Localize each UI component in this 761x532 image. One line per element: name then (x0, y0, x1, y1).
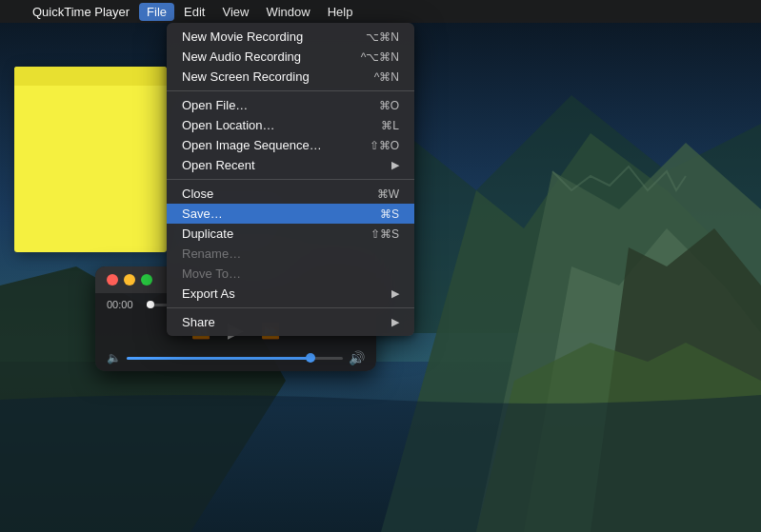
menubar-edit[interactable]: Edit (176, 3, 212, 21)
menu-item-duplicate[interactable]: Duplicate ⇧⌘S (167, 224, 414, 244)
progress-thumb (147, 301, 154, 308)
time-current: 00:00 (107, 299, 141, 310)
volume-low-icon: 🔈 (107, 351, 121, 365)
menu-item-shortcut: ⇧⌘O (370, 139, 399, 152)
menu-item-shortcut: ⌘W (377, 187, 399, 201)
menu-item-label: Move To… (182, 266, 241, 281)
apple-menu[interactable] (8, 10, 23, 13)
volume-bar[interactable] (127, 357, 343, 360)
menu-item-label: Open Recent (182, 158, 255, 172)
menu-item-label: Open File… (182, 98, 248, 112)
menu-item-label: New Audio Recording (182, 49, 301, 64)
menu-item-label: Share (182, 315, 215, 329)
menu-item-shortcut: ^⌥⌘N (361, 50, 399, 64)
menu-item-save[interactable]: Save… ⌘S (167, 204, 414, 224)
submenu-arrow-icon: ▶ (391, 287, 399, 300)
menu-item-rename: Rename… (167, 244, 414, 264)
menu-item-shortcut: ⌘L (381, 119, 399, 132)
menu-item-shortcut: ⌘O (379, 99, 399, 112)
menu-item-shortcut: ⌥⌘N (366, 30, 399, 44)
menu-item-close[interactable]: Close ⌘W (167, 184, 414, 204)
menu-item-open-recent[interactable]: Open Recent ▶ (167, 155, 414, 175)
volume-high-icon: 🔊 (349, 350, 365, 365)
volume-fill (127, 357, 310, 360)
menu-item-open-file[interactable]: Open File… ⌘O (167, 95, 414, 115)
menu-item-shortcut: ⇧⌘S (370, 227, 399, 241)
menu-item-shortcut: ^⌘N (374, 70, 399, 84)
menu-item-open-image-seq[interactable]: Open Image Sequence… ⇧⌘O (167, 135, 414, 155)
menubar-quicktime[interactable]: QuickTime Player (25, 3, 137, 21)
menu-item-label: Rename… (182, 246, 241, 261)
submenu-arrow-icon: ▶ (391, 316, 399, 328)
menubar-view[interactable]: View (214, 3, 256, 21)
menu-item-label: New Movie Recording (182, 30, 303, 44)
menubar-file[interactable]: File (139, 3, 174, 21)
menu-item-label: Export As (182, 286, 235, 301)
volume-thumb (306, 353, 315, 363)
menu-item-new-movie[interactable]: New Movie Recording ⌥⌘N (167, 27, 414, 47)
menubar: QuickTime Player File Edit View Window H… (0, 0, 761, 23)
menu-item-export-as[interactable]: Export As ▶ (167, 284, 414, 304)
separator-2 (167, 179, 414, 180)
separator-3 (167, 307, 414, 308)
file-dropdown-menu: New Movie Recording ⌥⌘N New Audio Record… (167, 23, 414, 336)
menu-item-label: Save… (182, 207, 223, 221)
menu-item-shortcut: ⌘S (380, 207, 399, 221)
menu-item-share[interactable]: Share ▶ (167, 312, 414, 332)
volume-row: 🔈 🔊 (107, 350, 365, 365)
menu-item-label: Open Image Sequence… (182, 138, 322, 152)
menu-item-label: Close (182, 187, 213, 201)
separator-1 (167, 90, 414, 91)
sticky-note-content (14, 86, 167, 97)
menu-item-open-location[interactable]: Open Location… ⌘L (167, 115, 414, 135)
menu-item-new-screen[interactable]: New Screen Recording ^⌘N (167, 67, 414, 87)
menu-item-label: New Screen Recording (182, 69, 310, 84)
menubar-help[interactable]: Help (320, 3, 361, 21)
sticky-note-header (14, 67, 167, 86)
sticky-note-window (14, 67, 167, 252)
menubar-window[interactable]: Window (258, 3, 317, 21)
menu-item-label: Duplicate (182, 227, 233, 241)
menu-item-new-audio[interactable]: New Audio Recording ^⌥⌘N (167, 47, 414, 67)
menu-item-move-to: Move To… (167, 264, 414, 284)
close-button[interactable] (107, 274, 118, 286)
submenu-arrow-icon: ▶ (391, 159, 399, 171)
menu-item-label: Open Location… (182, 118, 275, 132)
